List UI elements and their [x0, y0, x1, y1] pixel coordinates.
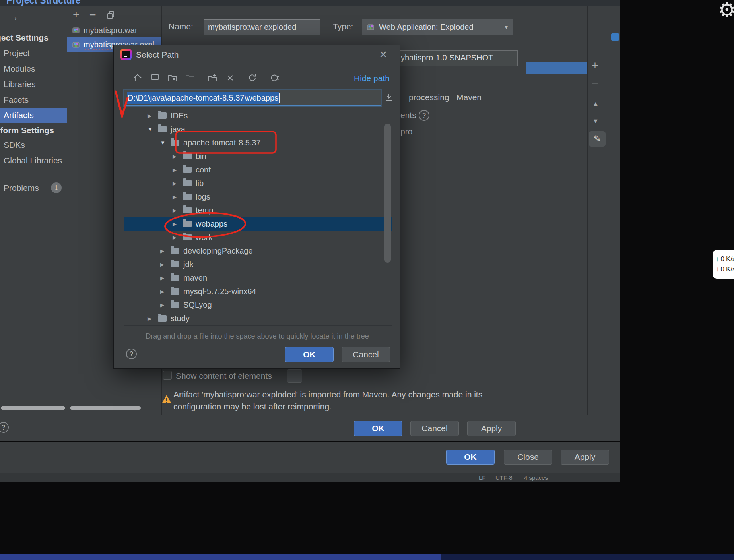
name-value: mybatispro:war exploded	[208, 23, 296, 32]
sidebar-item-modules[interactable]: Modules	[4, 61, 35, 76]
tree-item-bin[interactable]: ▶ bin	[124, 149, 392, 163]
tree-item-jdk[interactable]: ▶ jdk	[124, 258, 392, 271]
download-value: 0	[721, 265, 724, 273]
chevron-right-icon[interactable]: ▶	[173, 194, 183, 200]
elements-selected-row[interactable]	[526, 62, 587, 74]
sidebar-item-artifacts[interactable]: Artifacts	[0, 108, 67, 123]
folder-module-icon[interactable]	[167, 73, 178, 83]
chevron-right-icon[interactable]: ▶	[173, 234, 183, 240]
cancel-button[interactable]: Cancel	[410, 421, 459, 436]
move-down-button[interactable]: ▼	[592, 115, 599, 127]
sidebar-item-facets[interactable]: Facets	[4, 92, 29, 107]
tree-item-logs[interactable]: ▶ logs	[124, 190, 392, 203]
copy-artifact-icon[interactable]	[106, 10, 116, 20]
refresh-icon[interactable]	[247, 73, 258, 83]
status-indent: 4 spaces	[524, 474, 548, 481]
show-content-checkbox[interactable]	[163, 371, 172, 380]
dialog-cancel-button[interactable]: Cancel	[342, 347, 390, 362]
help-button[interactable]: ?	[126, 349, 137, 359]
settings-gear-icon[interactable]: ⚙	[718, 0, 734, 21]
folder-disabled-icon	[185, 73, 195, 83]
tab-processing[interactable]: processing	[409, 93, 449, 102]
folder-icon	[171, 140, 179, 146]
dialog-ok-button[interactable]: OK	[285, 347, 334, 362]
help-button[interactable]: ?	[0, 422, 9, 433]
tree-item-apache-tomcat[interactable]: ▼ apache-tomcat-8.5.37	[124, 136, 392, 149]
help-icon[interactable]: ?	[419, 110, 429, 121]
text-caret	[279, 93, 280, 103]
tree-item-label: IDEs	[171, 111, 188, 120]
dialog-title: Select Path	[136, 50, 179, 60]
sidebar-item-problems[interactable]: Problems	[4, 180, 39, 196]
desktop-icon[interactable]	[150, 73, 160, 83]
ok-button[interactable]: OK	[354, 421, 402, 436]
status-bar: LF UTF-8 4 spaces	[0, 473, 620, 482]
add-element-button[interactable]: +	[592, 60, 598, 72]
sidebar-item-project[interactable]: Project	[4, 46, 29, 61]
sidebar-item-libraries[interactable]: Libraries	[4, 77, 36, 92]
tree-item-ides[interactable]: ▶ IDEs	[124, 109, 392, 122]
sidebar-item-sdks[interactable]: SDKs	[4, 138, 25, 153]
tree-item-label: SQLyog	[183, 300, 212, 310]
type-dropdown[interactable]: Web Application: Exploded ▼	[362, 19, 513, 35]
move-up-button[interactable]: ▲	[592, 98, 599, 110]
chevron-right-icon[interactable]: ▶	[148, 113, 158, 119]
add-artifact-button[interactable]: +	[73, 9, 80, 21]
path-input[interactable]: D:\D1\java\apache-tomcat-8.5.37\webapps	[124, 90, 381, 106]
tree-item-sqlyog[interactable]: ▶ SQLyog	[124, 298, 392, 312]
hide-path-link[interactable]: Hide path	[354, 74, 390, 83]
show-hidden-icon[interactable]	[270, 73, 280, 83]
elements-tree-fragment: pro	[400, 127, 412, 136]
chevron-right-icon[interactable]: ▶	[173, 153, 183, 159]
artifact-row[interactable]: mybatispro:war	[67, 23, 161, 37]
name-input[interactable]: mybatispro:war exploded	[204, 19, 320, 35]
scrollbar-thumb[interactable]	[1, 406, 65, 410]
tree-item-study[interactable]: ▶ study	[124, 312, 392, 325]
chevron-right-icon[interactable]: ▶	[148, 316, 158, 322]
upload-arrow-icon: ↑	[716, 255, 719, 263]
remove-artifact-button[interactable]: −	[89, 9, 96, 21]
chevron-right-icon[interactable]: ▶	[160, 275, 171, 281]
more-options-button[interactable]: ...	[287, 369, 302, 383]
scrollbar-thumb[interactable]	[384, 124, 391, 263]
tree-item-temp[interactable]: ▶ temp	[124, 203, 392, 217]
background-ok-button[interactable]: OK	[446, 450, 495, 465]
chevron-right-icon[interactable]: ▶	[160, 262, 171, 267]
back-arrow-icon[interactable]: →	[8, 11, 19, 23]
chevron-down-icon[interactable]: ▼	[148, 126, 158, 132]
tree-item-maven[interactable]: ▶ maven	[124, 271, 392, 285]
close-icon[interactable]: ✕	[377, 48, 390, 61]
chevron-down-icon[interactable]: ▼	[160, 140, 171, 146]
path-value-selected-text: D:\D1\java\apache-tomcat-8.5.37\webapps	[127, 92, 279, 104]
apply-button[interactable]: Apply	[467, 421, 516, 436]
folder-icon	[158, 112, 167, 119]
window-title: Project Structure	[6, 0, 81, 6]
tree-item-java[interactable]: ▼ java	[124, 122, 392, 136]
chevron-right-icon[interactable]: ▶	[173, 207, 183, 213]
background-close-button[interactable]: Close	[504, 450, 552, 465]
chevron-right-icon[interactable]: ▶	[173, 180, 183, 186]
home-icon[interactable]	[132, 73, 143, 83]
background-apply-button[interactable]: Apply	[561, 450, 609, 465]
chevron-right-icon[interactable]: ▶	[160, 289, 171, 295]
download-path-icon[interactable]	[384, 92, 394, 103]
tree-item-conf[interactable]: ▶ conf	[124, 163, 392, 176]
tree-item-developingpackage[interactable]: ▶ developingPackage	[124, 244, 392, 258]
edit-pencil-button[interactable]: ✎	[589, 131, 606, 147]
chevron-right-icon[interactable]: ▶	[160, 302, 171, 308]
remove-element-button[interactable]: −	[592, 77, 598, 89]
status-encoding: UTF-8	[495, 474, 513, 481]
tree-item-webapps[interactable]: ▶ webapps	[124, 217, 392, 231]
tree-item-mysql[interactable]: ▶ mysql-5.7.25-winx64	[124, 285, 392, 298]
tree-item-lib[interactable]: ▶ lib	[124, 176, 392, 190]
tab-maven[interactable]: Maven	[456, 93, 482, 102]
new-folder-icon[interactable]	[207, 73, 217, 83]
sidebar-item-global-libraries[interactable]: Global Libraries	[4, 153, 62, 168]
artifact-icon	[72, 40, 80, 49]
scrollbar-thumb[interactable]	[70, 406, 141, 410]
chevron-right-icon[interactable]: ▶	[160, 248, 171, 254]
tree-item-work[interactable]: ▶ work	[124, 231, 392, 244]
chevron-right-icon[interactable]: ▶	[173, 167, 183, 173]
delete-icon[interactable]	[225, 73, 235, 83]
chevron-right-icon[interactable]: ▶	[173, 221, 183, 227]
